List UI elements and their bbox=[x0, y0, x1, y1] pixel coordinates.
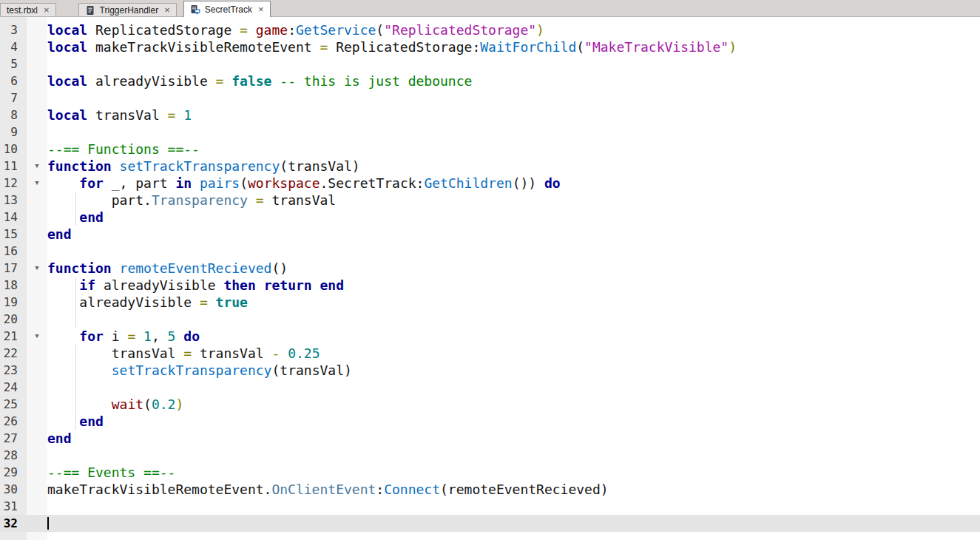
code-line[interactable]: 18 if alreadyVisible then return end bbox=[0, 277, 980, 294]
code-line[interactable]: 4local makeTrackVisibleRemoteEvent = Rep… bbox=[0, 38, 980, 55]
line-number[interactable]: 29 bbox=[0, 464, 27, 481]
fold-margin-cell bbox=[27, 498, 47, 515]
line-number[interactable]: 31 bbox=[0, 498, 27, 515]
fold-arrow-icon[interactable]: ▼ bbox=[27, 175, 47, 192]
line-number[interactable]: 4 bbox=[0, 38, 27, 55]
line-number[interactable]: 15 bbox=[0, 226, 27, 243]
code-line[interactable]: 25 wait(0.2) bbox=[0, 396, 980, 413]
line-number[interactable]: 22 bbox=[0, 345, 27, 362]
fold-margin-cell bbox=[27, 192, 47, 209]
code-line[interactable]: 3local ReplicatedStorage = game:GetServi… bbox=[0, 21, 980, 38]
code-line[interactable]: 30makeTrackVisibleRemoteEvent.OnClientEv… bbox=[0, 481, 980, 498]
line-number[interactable]: 10 bbox=[0, 141, 27, 158]
fold-margin-cell bbox=[27, 447, 47, 464]
indent-guide bbox=[75, 362, 76, 379]
line-number[interactable]: 7 bbox=[0, 90, 27, 107]
code-text: local ReplicatedStorage = game:GetServic… bbox=[47, 21, 980, 38]
code-line[interactable]: 7 bbox=[0, 90, 980, 107]
token-kw: local bbox=[47, 22, 87, 38]
line-number[interactable]: 18 bbox=[0, 277, 27, 294]
line-number[interactable]: 9 bbox=[0, 124, 27, 141]
line-number[interactable]: 11 bbox=[0, 158, 27, 175]
fold-margin-cell bbox=[27, 464, 47, 481]
token-op: ) bbox=[729, 39, 737, 55]
line-number[interactable]: 13 bbox=[0, 192, 27, 209]
code-line[interactable]: 27end bbox=[0, 430, 980, 447]
line-number[interactable]: 27 bbox=[0, 430, 27, 447]
fold-arrow-icon[interactable]: ▼ bbox=[27, 328, 47, 345]
token-txt: alreadyVisible bbox=[95, 277, 223, 293]
line-number[interactable]: 6 bbox=[0, 72, 27, 90]
line-number[interactable]: 19 bbox=[0, 294, 27, 311]
line-number[interactable]: 12 bbox=[0, 175, 27, 192]
line-number[interactable]: 24 bbox=[0, 379, 27, 396]
close-icon[interactable]: × bbox=[163, 4, 170, 16]
tab-secrettrack[interactable]: SecretTrack× bbox=[183, 1, 271, 17]
line-number[interactable]: 30 bbox=[0, 481, 27, 498]
token-kw: end bbox=[47, 431, 72, 446]
code-line[interactable]: 6local alreadyVisible = false -- this is… bbox=[0, 72, 980, 90]
code-line[interactable]: 5 bbox=[0, 55, 980, 72]
line-number[interactable]: 32 bbox=[0, 515, 27, 532]
tab-triggerhandler[interactable]: TriggerHandler× bbox=[78, 3, 177, 16]
token-txt: ( bbox=[376, 22, 384, 38]
fold-arrow-icon[interactable]: ▼ bbox=[27, 260, 47, 277]
line-number[interactable]: 20 bbox=[0, 311, 27, 328]
code-line[interactable]: 32 bbox=[0, 515, 980, 532]
code-line[interactable]: 23 setTrackTransparency(transVal) bbox=[0, 362, 980, 379]
text-caret bbox=[47, 517, 49, 530]
fold-margin-cell bbox=[27, 311, 47, 328]
code-line[interactable]: 12▼ for _, part in pairs(workspace.Secre… bbox=[0, 175, 980, 192]
fold-margin-cell bbox=[27, 345, 47, 362]
code-line[interactable]: 24 bbox=[0, 379, 980, 396]
line-number[interactable]: 17 bbox=[0, 260, 27, 277]
close-icon[interactable]: × bbox=[42, 4, 50, 16]
indent-guide bbox=[75, 345, 76, 362]
indent-guide bbox=[75, 192, 76, 209]
token-txt bbox=[135, 328, 143, 344]
line-number[interactable]: 5 bbox=[0, 55, 27, 72]
line-number[interactable]: 16 bbox=[0, 243, 27, 260]
code-line[interactable]: 28 bbox=[0, 447, 980, 464]
code-line[interactable]: 31 bbox=[0, 498, 980, 515]
fold-margin-cell bbox=[27, 124, 47, 141]
token-com: -- this is just debounce bbox=[280, 73, 472, 89]
code-line[interactable]: 15end bbox=[0, 226, 980, 243]
fold-arrow-icon[interactable]: ▼ bbox=[27, 158, 47, 175]
line-number[interactable]: 8 bbox=[0, 107, 27, 124]
code-line[interactable]: 20 bbox=[0, 311, 980, 328]
token-txt bbox=[47, 362, 112, 378]
code-line[interactable]: 13 part.Transparency = transVal bbox=[0, 192, 980, 209]
line-number[interactable]: 26 bbox=[0, 413, 27, 430]
code-text: function remoteEventRecieved() bbox=[47, 260, 980, 277]
code-line[interactable]: 19 alreadyVisible = true bbox=[0, 294, 980, 311]
tab-test-rbxl[interactable]: test.rbxl× bbox=[0, 3, 56, 16]
code-line[interactable]: 10--== Functions ==-- bbox=[0, 141, 980, 158]
code-line[interactable]: 26 end bbox=[0, 413, 980, 430]
code-text: transVal = transVal - 0.25 bbox=[47, 345, 980, 362]
line-number[interactable]: 28 bbox=[0, 447, 27, 464]
line-number[interactable]: 14 bbox=[0, 209, 27, 226]
code-line[interactable]: 21▼ for i = 1, 5 do bbox=[0, 328, 980, 345]
line-number[interactable]: 23 bbox=[0, 362, 27, 379]
code-line[interactable]: 17▼function remoteEventRecieved() bbox=[0, 260, 980, 277]
token-meth: GetService bbox=[296, 22, 376, 38]
code-editor[interactable]: 3local ReplicatedStorage = game:GetServi… bbox=[0, 17, 980, 540]
token-txt: : bbox=[288, 22, 296, 38]
token-txt: (remoteEventRecieved) bbox=[440, 482, 609, 497]
line-number[interactable]: 25 bbox=[0, 396, 27, 413]
token-bool: true bbox=[216, 294, 248, 310]
close-icon[interactable]: × bbox=[257, 4, 264, 15]
code-text bbox=[47, 90, 980, 107]
code-line[interactable]: 22 transVal = transVal - 0.25 bbox=[0, 345, 980, 362]
code-line[interactable]: 11▼function setTrackTransparency(transVa… bbox=[0, 158, 980, 175]
fold-margin-cell bbox=[27, 55, 47, 72]
line-number[interactable]: 3 bbox=[0, 21, 27, 38]
code-line[interactable]: 8local transVal = 1 bbox=[0, 107, 980, 124]
line-number[interactable]: 21 bbox=[0, 328, 27, 345]
token-com: --== Functions ==-- bbox=[47, 141, 200, 157]
code-line[interactable]: 16 bbox=[0, 243, 980, 260]
code-line[interactable]: 29--== Events ==-- bbox=[0, 464, 980, 481]
code-line[interactable]: 14 end bbox=[0, 209, 980, 226]
code-line[interactable]: 9 bbox=[0, 124, 980, 141]
